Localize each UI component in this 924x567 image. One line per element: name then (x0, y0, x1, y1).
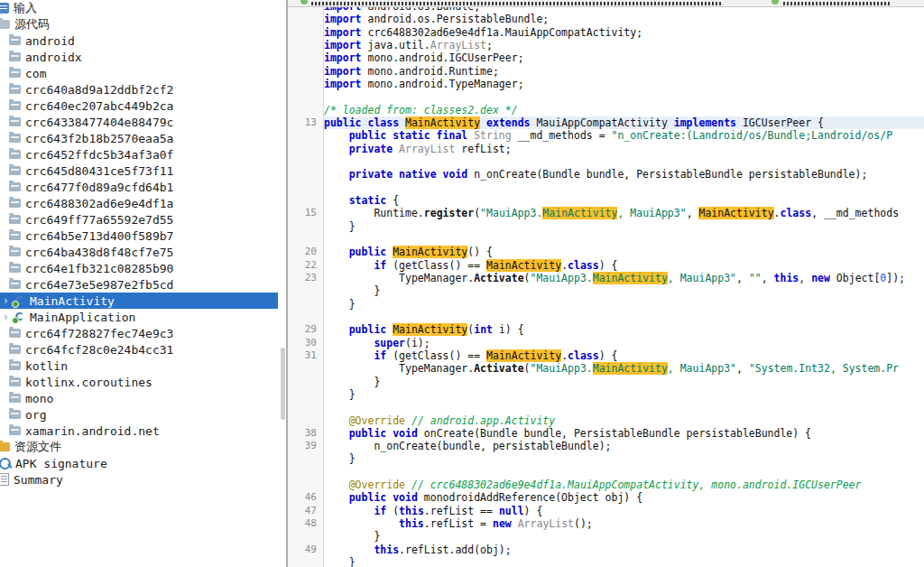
code-line[interactable]: if (getClass() == MainActivity.class) { (324, 349, 924, 362)
panel-divider[interactable] (286, 0, 288, 567)
code-line[interactable] (324, 233, 924, 246)
line-number-empty (288, 51, 323, 64)
tree-item-org[interactable]: org (0, 406, 278, 423)
tree-item-crc64338477404e88479c[interactable]: crc64338477404e88479c (0, 114, 278, 130)
tree-item-crc64e1fb321c08285b90[interactable]: crc64e1fb321c08285b90 (0, 260, 278, 276)
code-line[interactable]: } (324, 376, 924, 388)
tree-item-crc643f2b18b2570eaa5a[interactable]: crc643f2b18b2570eaa5a (0, 130, 278, 146)
code-line[interactable]: import mono.android.IGCUserPeer; (324, 51, 924, 64)
code-line[interactable]: import android.os.PersistableBundle; (324, 13, 924, 25)
tree-item-源代码[interactable]: 源代码 (0, 16, 278, 33)
tree-item-crc6452ffdc5b34af3a0f[interactable]: crc6452ffdc5b34af3a0f (0, 146, 278, 163)
tree-item-crc64e73e5e987e2fb5cd[interactable]: crc64e73e5e987e2fb5cd (0, 276, 278, 293)
code-line[interactable] (324, 181, 924, 194)
code-token: MauiAppCompatActivity (531, 116, 674, 129)
tree-item-crc64ba438d8f48cf7e75[interactable]: crc64ba438d8f48cf7e75 (0, 244, 278, 260)
code-line[interactable]: public MainActivity(int i) { (324, 323, 924, 336)
code-token: Object[ (830, 272, 880, 284)
code-line[interactable]: } (324, 298, 924, 311)
tree-item-crc64b5e713d400f589b7[interactable]: crc64b5e713d400f589b7 (0, 228, 278, 244)
tree-item-android[interactable]: android (0, 33, 278, 49)
code-line[interactable] (324, 90, 924, 103)
tree-item-com[interactable]: com (0, 65, 278, 81)
code-line[interactable]: this.refList.add(obj); (324, 544, 924, 556)
code-line[interactable]: TypeManager.Activate("MauiApp3.MainActiv… (324, 362, 924, 375)
code-line[interactable]: import crc6488302ad6e9e4df1a.MauiAppComp… (324, 26, 924, 39)
tree-item-crc64f728827fec74e9c3[interactable]: crc64f728827fec74e9c3 (0, 325, 278, 341)
code-line[interactable]: } (324, 452, 924, 465)
code-line[interactable]: import mono.android.TypeManager; (324, 78, 924, 90)
tree-item-mainactivity[interactable]: ›MainActivity (0, 293, 278, 309)
code-token: public static final (324, 129, 474, 142)
package-tree[interactable]: 输入源代码androidandroidxcomcrc640a8d9a12ddbf… (0, 0, 278, 567)
code-token: import (324, 65, 367, 78)
code-line[interactable]: static { (324, 194, 924, 207)
tree-item-crc6488302ad6e9e4df1a[interactable]: crc6488302ad6e9e4df1a (0, 195, 278, 211)
code-editor[interactable]: 1315202223293031383946474849 import andr… (288, 0, 924, 567)
code-token: n_onCreate(bundle, persistableBundle); (324, 440, 612, 452)
chevron-right-icon[interactable]: › (4, 309, 13, 325)
code-token: } (324, 298, 356, 311)
tree-item-kotlinx-coroutines[interactable]: kotlinx.coroutines (0, 374, 278, 390)
code-line[interactable]: } (324, 220, 924, 233)
tree-item-kotlin[interactable]: kotlin (0, 358, 278, 374)
code-line[interactable]: } (324, 530, 924, 543)
tree-item-apk-signature[interactable]: APK signature (0, 455, 278, 471)
line-number-empty (288, 13, 323, 25)
clipped-status-text (783, 2, 890, 5)
code-token: (getClass() == (386, 349, 486, 362)
code-line[interactable]: public static final String __md_methods … (324, 129, 924, 142)
tree-item-summary[interactable]: Summary (0, 471, 278, 488)
code-line[interactable]: n_onCreate(bundle, persistableBundle); (324, 440, 924, 452)
code-line[interactable] (324, 155, 924, 168)
code-area[interactable]: import android.os.Bundle;import android.… (324, 0, 924, 567)
code-line[interactable]: } (324, 388, 924, 401)
tree-item-androidx[interactable]: androidx (0, 49, 278, 65)
code-line[interactable]: private native void n_onCreate(Bundle bu… (324, 168, 924, 181)
tree-item-crc645d80431ce5f73f11[interactable]: crc645d80431ce5f73f11 (0, 163, 278, 179)
code-line[interactable]: super(i); (324, 337, 924, 349)
code-line[interactable]: /* loaded from: classes2.dex */ (324, 104, 924, 116)
code-line[interactable]: TypeManager.Activate("MauiApp3.MainActiv… (324, 272, 924, 284)
package-icon (9, 117, 21, 126)
code-line[interactable] (324, 466, 924, 479)
code-line[interactable]: public void onCreate(Bundle bundle, Pers… (324, 427, 924, 440)
code-line[interactable]: Runtime.register("MauiApp3.MainActivity,… (324, 207, 924, 219)
tree-item-label: 输入 (14, 0, 37, 16)
code-line[interactable]: this.refList = new ArrayList(); (324, 517, 924, 530)
code-line[interactable]: } (324, 556, 924, 567)
package-icon (9, 361, 21, 370)
code-line[interactable]: @Override // crc6488302ad6e9e4df1a.MauiA… (324, 479, 924, 491)
tree-item-label: android (25, 34, 75, 48)
code-line[interactable] (324, 401, 924, 414)
tree-item-crc640ec207abc449b2ca[interactable]: crc640ec207abc449b2ca (0, 98, 278, 114)
code-line[interactable]: import mono.android.Runtime; (324, 65, 924, 78)
line-number-empty (288, 479, 323, 491)
tree-item-mainapplication[interactable]: ›MainApplication (0, 309, 278, 325)
code-line[interactable] (324, 311, 924, 323)
code-line[interactable]: if (this.refList == null) { (324, 505, 924, 517)
tree-item-mono[interactable]: mono (0, 390, 278, 406)
tree-item-crc64fcf28c0e24b4cc31[interactable]: crc64fcf28c0e24b4cc31 (0, 341, 278, 358)
tree-item-xamarin-android-net[interactable]: xamarin.android.net (0, 423, 278, 439)
tree-item-crc649ff77a65592e7d55[interactable]: crc649ff77a65592e7d55 (0, 211, 278, 228)
code-line[interactable]: private ArrayList refList; (324, 143, 924, 155)
tree-item-label: APK signature (15, 457, 107, 470)
code-line-current[interactable]: public class MainActivity extends MauiAp… (324, 116, 924, 129)
code-token: public class (324, 116, 405, 129)
tree-scrollbar[interactable] (281, 348, 285, 420)
code-line[interactable]: @Override // android.app.Activity (324, 414, 924, 427)
code-line[interactable]: } (324, 284, 924, 297)
tree-item-资源文件[interactable]: 资源文件 (0, 439, 278, 455)
tree-item-crc6477f0d89a9cfd64b1[interactable]: crc6477f0d89a9cfd64b1 (0, 179, 278, 195)
code-token: ( (524, 362, 531, 375)
code-line[interactable]: public MainActivity() { (324, 246, 924, 258)
line-number: 20 (288, 246, 323, 258)
tree-item-输入[interactable]: 输入 (0, 0, 278, 16)
code-token (512, 517, 518, 530)
code-line[interactable]: public void monodroidAddReference(Object… (324, 491, 924, 504)
code-line[interactable]: if (getClass() == MainActivity.class) { (324, 259, 924, 272)
chevron-right-icon[interactable]: › (4, 293, 13, 309)
tree-item-crc640a8d9a12ddbf2cf2[interactable]: crc640a8d9a12ddbf2cf2 (0, 81, 278, 98)
code-line[interactable]: import java.util.ArrayList; (324, 39, 924, 51)
